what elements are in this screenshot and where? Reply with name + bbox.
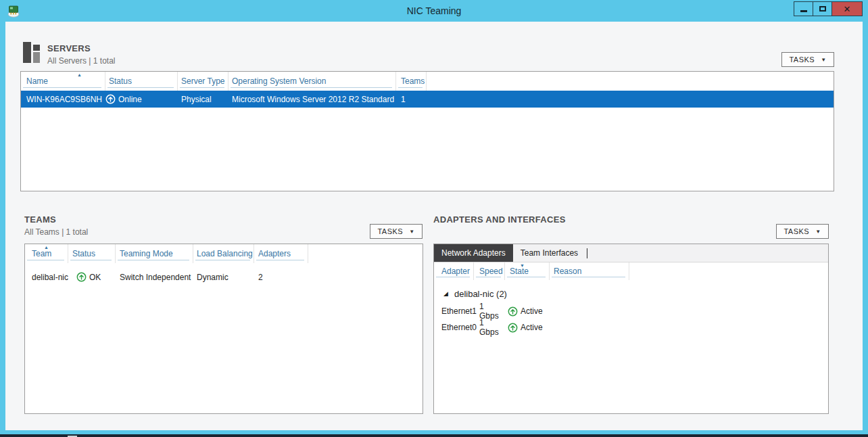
adapter-row[interactable]: Ethernet0 1 Gbps Active (434, 319, 828, 336)
teams-col-adapters[interactable]: Adapters (254, 244, 308, 263)
teams-heading: TEAMS (24, 214, 56, 225)
servers-table: Name ▲ Status Server Type Operating Syst… (20, 71, 834, 191)
adapters-col-speed[interactable]: Speed (474, 262, 505, 280)
teams-col-filler (308, 244, 423, 263)
tab-network-adapters[interactable]: Network Adapters (434, 244, 513, 262)
adapter-speed: 1 Gbps (474, 319, 505, 336)
adapter-name: Ethernet1 (434, 303, 474, 319)
nic-teaming-window: NIC Teaming ✕ SERVERS All Servers | 1 to… (0, 0, 868, 437)
server-teams-count: 1 (396, 91, 427, 108)
adapter-reason (550, 319, 629, 336)
team-adapters-count: 2 (254, 269, 308, 285)
team-row[interactable]: delibal-nic OK Switch Independent Dynami… (25, 269, 423, 285)
teams-col-status[interactable]: Status (68, 244, 116, 263)
server-type: Physical (178, 91, 228, 108)
servers-heading: SERVERS (47, 43, 91, 53)
titlebar[interactable]: NIC Teaming ✕ (0, 0, 868, 22)
teams-col-teaming-mode[interactable]: Teaming Mode (116, 244, 193, 263)
desktop-taskbar-sliver (0, 434, 868, 437)
window-title: NIC Teaming (0, 0, 868, 22)
servers-col-server-type[interactable]: Server Type (178, 72, 228, 91)
adapters-col-state[interactable]: State ▼ (505, 262, 550, 280)
sort-desc-icon: ▼ (520, 263, 525, 268)
teams-tasks-label: TASKS (377, 227, 403, 235)
server-row[interactable]: WIN-K96AC9SB6NH Online Physical Microsof… (21, 91, 834, 108)
team-teaming-mode: Switch Independent (116, 269, 193, 285)
tasks-caret-icon: ▼ (815, 229, 821, 235)
adapter-reason (550, 303, 629, 319)
minimize-icon (800, 10, 807, 12)
teams-subheading: All Teams | 1 total (24, 227, 88, 237)
adapter-group-label: delibal-nic (2) (454, 289, 507, 299)
servers-icon (23, 42, 42, 64)
status-up-icon (508, 323, 518, 333)
sort-asc-icon: ▲ (44, 245, 49, 250)
adapters-col-reason[interactable]: Reason (550, 262, 629, 280)
expand-triangle-icon: ◢ (443, 291, 448, 297)
servers-col-status[interactable]: Status (105, 72, 178, 91)
teams-table-header: Team ▲ Status Teaming Mode Load Balancin… (25, 244, 423, 263)
adapter-state: Active (521, 306, 543, 316)
adapters-table-header: Adapter Speed State ▼ Reason (434, 262, 828, 280)
adapter-speed: 1 Gbps (474, 303, 505, 319)
minimize-button[interactable] (794, 1, 813, 16)
status-up-icon (105, 94, 116, 104)
tab-team-interfaces[interactable]: Team Interfaces (513, 244, 585, 262)
adapter-name: Ethernet0 (434, 319, 474, 336)
servers-col-os-version[interactable]: Operating System Version (228, 72, 396, 91)
teams-col-load-balancing[interactable]: Load Balancing (193, 244, 254, 263)
servers-table-header: Name ▲ Status Server Type Operating Syst… (21, 72, 834, 91)
teams-tasks-button[interactable]: TASKS ▼ (370, 224, 423, 239)
adapters-tasks-label: TASKS (783, 227, 809, 235)
adapter-group-row[interactable]: ◢ delibal-nic (2) (434, 284, 828, 303)
servers-subheading: All Servers | 1 total (47, 56, 116, 66)
status-up-icon (76, 272, 87, 282)
servers-col-teams[interactable]: Teams (396, 72, 427, 91)
team-load-balancing: Dynamic (193, 269, 254, 285)
tasks-caret-icon: ▼ (821, 57, 826, 63)
maximize-icon (819, 6, 826, 12)
adapters-col-adapter[interactable]: Adapter (434, 262, 474, 280)
adapters-panel: Network Adapters Team Interfaces Adapter… (433, 244, 829, 414)
team-status-cell: OK (68, 269, 116, 285)
adapters-tabstrip: Network Adapters Team Interfaces (434, 244, 828, 262)
window-frame: NIC Teaming ✕ SERVERS All Servers | 1 to… (0, 0, 868, 437)
server-name: WIN-K96AC9SB6NH (21, 91, 105, 108)
adapter-state: Active (521, 323, 543, 332)
status-up-icon (508, 306, 518, 317)
sort-asc-icon: ▲ (77, 72, 82, 77)
adapters-tasks-button[interactable]: TASKS ▼ (776, 224, 829, 239)
maximize-button[interactable] (813, 1, 832, 16)
window-content: SERVERS All Servers | 1 total TASKS ▼ Na… (5, 22, 863, 430)
server-status: Online (118, 95, 142, 104)
text-cursor (587, 248, 587, 258)
tasks-caret-icon: ▼ (409, 229, 414, 235)
adapters-col-filler (629, 262, 828, 280)
server-status-cell: Online (105, 91, 178, 108)
servers-tasks-button[interactable]: TASKS ▼ (781, 52, 834, 67)
close-icon: ✕ (844, 5, 851, 14)
servers-col-filler (427, 72, 834, 91)
window-controls: ✕ (794, 1, 863, 16)
adapter-row[interactable]: Ethernet1 1 Gbps Active (434, 303, 828, 319)
adapter-state-cell: Active (505, 303, 550, 319)
close-button[interactable]: ✕ (831, 1, 863, 16)
team-status: OK (89, 273, 101, 282)
team-name: delibal-nic (25, 269, 68, 285)
servers-col-name[interactable]: Name ▲ (21, 72, 105, 91)
adapters-heading: ADAPTERS AND INTERFACES (433, 214, 566, 225)
teams-table: Team ▲ Status Teaming Mode Load Balancin… (24, 244, 423, 414)
server-os-version: Microsoft Windows Server 2012 R2 Standar… (228, 91, 396, 108)
teams-col-team[interactable]: Team ▲ (25, 244, 68, 263)
adapter-state-cell: Active (505, 319, 550, 336)
servers-tasks-label: TASKS (789, 55, 815, 64)
